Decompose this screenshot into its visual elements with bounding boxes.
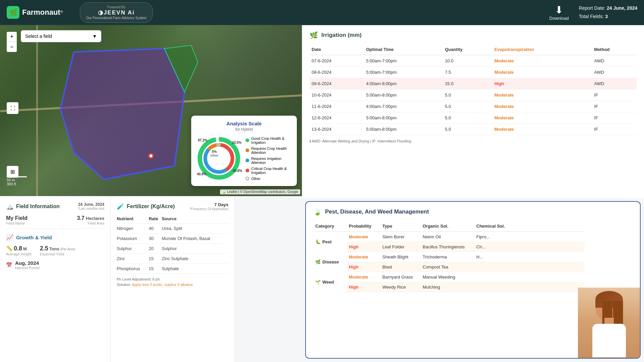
pct-40-label: 40.8% (197, 172, 206, 176)
legend-item: Requires Crop Health Attention (246, 146, 292, 155)
irr-col-time: Optimal Time (364, 44, 443, 55)
pest-title: Pest, Disease, And Weed Management (325, 208, 429, 215)
irr-col-qty: Quantity (443, 44, 492, 55)
field-date: 24 June, 2024 (78, 202, 104, 207)
pest-row: 🌱 Weed Moderate Barnyard Grass Manual We… (313, 272, 585, 282)
fert-title: Fertilizer (Kg/Acre) (127, 203, 175, 209)
fullscreen-button[interactable]: ⛶ (7, 102, 18, 114)
analysis-title: Analysis Scale (196, 121, 292, 126)
irr-row: 13-6-2024 5:00am-8:00pm 5.0 Moderate IF (310, 124, 637, 135)
fertilizer-panel: 🧪 Fertilizer (Kg/Acre) 7 Days *Frequency… (111, 196, 235, 362)
irr-title: Irrigation (mm) (321, 32, 362, 39)
logo-text: Farmonaut® (22, 8, 63, 17)
map-background: + − ⛶ ⊞ Select a field ▼ 50 m 300 ft (0, 25, 302, 196)
irr-row: 08-6-2024 5:00am-7:00pm 7.5 Moderate AWD (310, 67, 637, 78)
field-info-title: Field Information (16, 203, 60, 209)
height-metric: 📏 0.8 M Average Height (6, 245, 32, 256)
irr-icon: 🌿 (310, 31, 318, 39)
fert-ph-note: Ph Level Adjustment: 6 ph (117, 277, 228, 281)
pest-icon: 🍃 (313, 208, 322, 216)
pest-col-type: Type (380, 221, 421, 232)
download-button[interactable]: ⬇ Download (549, 4, 569, 21)
jeevn-badge: Powered By ◑JEEVN Ai Our Personalized Fa… (80, 2, 153, 23)
legend-item: Requires Irrigation Attention (246, 157, 292, 165)
irrigation-panel: 🌿 Irrigation (mm) Date Optimal Time Quan… (302, 25, 644, 198)
download-icon: ⬇ (555, 4, 563, 16)
growth-title: Growth & Yield (16, 235, 52, 240)
pest-row: High Leaf Folder Bacillus Thuringiensis … (313, 242, 585, 252)
irr-row: 07-6-2024 5:00am-7:00pm 10.0 Moderate AW… (310, 55, 637, 67)
pest-col-organic: Organic Sol. (421, 221, 474, 232)
main-content: + − ⛶ ⊞ Select a field ▼ 50 m 300 ft (0, 25, 644, 362)
field-area-value: 3.7 Hectares (77, 215, 104, 221)
dropdown-arrow-icon: ▼ (92, 34, 97, 39)
report-info: Report Date: 24 June, 2024 Total Fields:… (579, 4, 637, 21)
fert-days: 7 Days (190, 202, 228, 207)
irr-table: Date Optimal Time Quantity Evapotranspir… (310, 44, 637, 135)
zoom-out-button[interactable]: − (7, 42, 17, 52)
avatar-container (578, 288, 640, 358)
pest-panel: 🍃 Pest, Disease, And Weed Management Cat… (305, 201, 641, 359)
map-scale: 50 m 300 ft (7, 176, 27, 186)
irr-col-method: Method (592, 44, 637, 55)
pest-col-category: Category (313, 221, 347, 232)
header: 🌿 Farmonaut® Powered By ◑JEEVN Ai Our Pe… (0, 0, 644, 25)
fert-header-rate: Rate (149, 214, 162, 224)
fert-row: Phosphorus 15 Sulphate (117, 264, 228, 274)
fert-row: Sulphur 20 Sulphur (117, 244, 228, 254)
legend-item: Critical Crop Health & Irrigation (246, 167, 292, 175)
irr-col-evap: Evapotranspiration (492, 44, 592, 55)
fert-icon: 🧪 (117, 203, 124, 210)
legend-item: Other (246, 177, 292, 181)
pest-table: Category Probability Type Organic Sol. C… (313, 221, 585, 292)
fert-header-source: Source (162, 214, 228, 224)
irr-row: 12-6-2024 5:00am-8:00pm 5.0 Moderate IF (310, 112, 637, 124)
irr-notes: ℹ AWD: Alternate Wetting and Drying | IF… (310, 139, 637, 143)
pest-col-prob: Probability (347, 221, 380, 232)
harvest-row: 📅 Aug, 2024 Harvest Period (6, 260, 104, 270)
growth-icon: 📈 (6, 234, 13, 241)
fert-solution: Solution: Apply lime if acidic, sulphur … (117, 283, 228, 287)
field-name-label: Field Name (6, 221, 28, 225)
irr-col-date: Date (310, 44, 364, 55)
harvest-icon: 📅 (6, 262, 12, 268)
pct-45-label: 45.8% (233, 169, 242, 173)
map-attribution: 🍃 Leaflet | © OpenStreetMap contributors… (220, 189, 300, 194)
field-info-panel: 🏔️ Field Information 24 June, 2024 *Last… (0, 196, 111, 362)
category-icon: 🌱 (315, 280, 321, 285)
last-visit-label: *Last satellite visit (78, 207, 104, 210)
field-area-label: Field Area (77, 221, 104, 225)
analysis-legend: Good Crop Health & Irrigation Requires C… (246, 136, 292, 181)
pct-10-label: 10.5% (232, 141, 241, 144)
irr-row: 11-6-2024 4:00am-7:00pm 5.0 Moderate IF (310, 101, 637, 112)
map-container: + − ⛶ ⊞ Select a field ▼ 50 m 300 ft (0, 25, 302, 196)
left-column: + − ⛶ ⊞ Select a field ▼ 50 m 300 ft (0, 25, 302, 362)
right-column: 🌿 Irrigation (mm) Date Optimal Time Quan… (302, 25, 644, 362)
field-select-dropdown[interactable]: Select a field ▼ (21, 30, 101, 42)
pct-97-label: 97.2% (198, 138, 207, 142)
fert-freq: *Frequency Of Application (190, 207, 228, 211)
pest-col-chemical: Chemical Sol. (474, 221, 585, 232)
layer-button[interactable]: ⊞ (7, 166, 18, 178)
pest-row: 🌿 Disease Moderate Sheath Blight Trichod… (313, 252, 585, 262)
fert-row: Nitrogen 40 Urea, Split (117, 224, 228, 234)
logo-area: 🌿 Farmonaut® (7, 6, 63, 19)
fert-row: Potassium 30 Muriate Of Potash, Basal (117, 234, 228, 244)
farmonaut-logo-icon: 🌿 (7, 6, 19, 19)
harvest-label: Harvest Period (15, 266, 40, 270)
zoom-in-button[interactable]: + (7, 32, 17, 42)
field-name-value: My Field (6, 215, 28, 221)
analysis-popup: Analysis Scale for Hybrid (191, 116, 297, 186)
irr-row: 09-6-2024 4:00am-8:00pm 15.0 High AWD (310, 78, 637, 89)
category-icon: 🐛 (315, 239, 321, 244)
growth-yield-section: 📈 Growth & Yield 📏 0.8 M Average Height (6, 234, 104, 270)
field-info-icon: 🏔️ (6, 203, 13, 210)
pct-5-label: 5% Other (210, 150, 218, 157)
category-icon: 🌿 (315, 259, 321, 264)
pest-row: 🐛 Pest Moderate Stem Borer Neem Oil Fipr… (313, 232, 585, 242)
fert-table: Nutrient Rate Source Nitrogen 40 Urea, S… (117, 214, 228, 274)
legend-item: Good Crop Health & Irrigation (246, 136, 292, 144)
bottom-panels: 🏔️ Field Information 24 June, 2024 *Last… (0, 196, 302, 362)
fert-row: Zinc 15 Zinc Sulphate (117, 254, 228, 264)
pest-row: High Weedy Rice Mulching (313, 282, 585, 292)
